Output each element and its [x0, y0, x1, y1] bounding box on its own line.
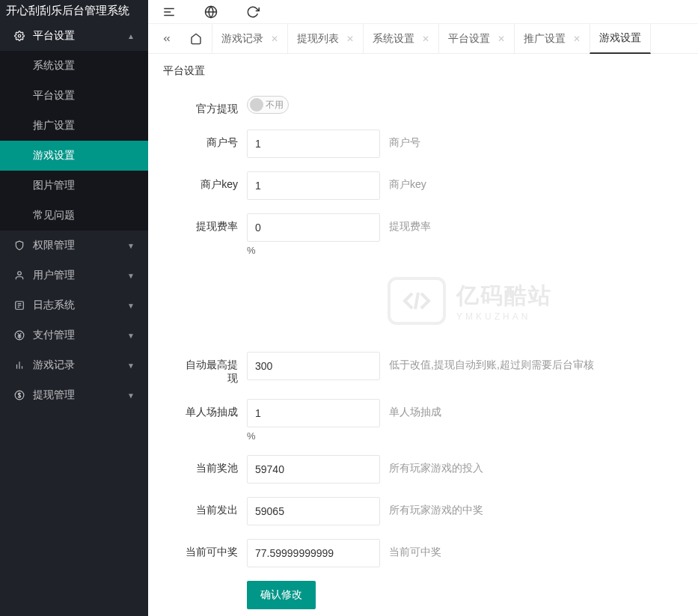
app-title: 开心刮刮乐后台管理系统	[0, 0, 148, 21]
tab-platform-settings[interactable]: 平台设置✕	[438, 24, 515, 53]
submit-row: 确认修改	[178, 581, 668, 609]
list-icon	[13, 299, 25, 311]
menu-toggle-icon[interactable]	[162, 4, 177, 19]
svg-point-0	[18, 34, 21, 37]
row-current-winable: 当前可中奖 当前可中奖	[178, 539, 668, 567]
label-current-winable: 当前可中奖	[178, 539, 247, 559]
row-merchant-id: 商户号 商户号	[178, 129, 668, 158]
switch-text: 不用	[266, 99, 284, 112]
tab-game-records[interactable]: 游戏记录✕	[212, 24, 288, 53]
hint-current-pool: 所有玩家游戏的投入	[389, 455, 668, 475]
menu-label: 支付管理	[33, 329, 75, 342]
label-official-withdraw: 官方提现	[178, 96, 247, 116]
input-merchant-id[interactable]	[247, 129, 380, 158]
hint-current-out: 所有玩家游戏的中奖	[389, 497, 668, 517]
tab-promo-settings[interactable]: 推广设置✕	[514, 24, 590, 53]
menu-label: 提现管理	[33, 388, 75, 402]
user-icon	[13, 269, 25, 281]
settings-form: 官方提现 不用 商户号 商户号 商户key 商户key 提现费率 %	[148, 88, 698, 616]
sidebar-menu: 平台设置 ▲ 系统设置 平台设置 推广设置 游戏设置 图片管理 常见问题 权限管…	[0, 21, 148, 410]
tab-withdraw-list[interactable]: 提现列表✕	[287, 24, 364, 53]
sidebar-item-users[interactable]: 用户管理 ▼	[0, 260, 148, 290]
label-current-pool: 当前奖池	[178, 455, 247, 475]
row-single-rake: 单人场抽成 % 单人场抽成	[178, 399, 668, 442]
submenu-platform-settings[interactable]: 平台设置	[0, 81, 148, 111]
sidebar-item-permissions[interactable]: 权限管理 ▼	[0, 231, 148, 260]
chevron-up-icon: ▲	[127, 32, 135, 40]
submenu-faq[interactable]: 常见问题	[0, 201, 148, 231]
close-icon[interactable]: ✕	[573, 34, 581, 44]
tabs-prev-icon[interactable]	[154, 24, 180, 53]
label-auto-max-withdraw: 自动最高提现	[178, 352, 247, 385]
label-merchant-id: 商户号	[178, 129, 247, 150]
input-merchant-key[interactable]	[247, 171, 380, 200]
hint-auto-max-withdraw: 低于改值,提现自动到账,超过则需要后台审核	[389, 352, 668, 372]
close-icon[interactable]: ✕	[271, 34, 278, 44]
sidebar-item-game-records[interactable]: 游戏记录 ▼	[0, 350, 148, 380]
chevron-down-icon: ▼	[127, 332, 135, 340]
row-withdraw-rate: 提现费率 % 提现费率	[178, 213, 668, 256]
suffix-percent: %	[247, 430, 380, 442]
switch-official-withdraw[interactable]: 不用	[247, 96, 289, 114]
sidebar-item-payment[interactable]: 支付管理 ▼	[0, 320, 148, 350]
main: 游戏记录✕ 提现列表✕ 系统设置✕ 平台设置✕ 推广设置✕ 游戏设置 平台设置 …	[148, 0, 698, 616]
sidebar: 开心刮刮乐后台管理系统 平台设置 ▲ 系统设置 平台设置 推广设置 游戏设置 图…	[0, 0, 148, 616]
input-auto-max-withdraw[interactable]	[247, 352, 380, 380]
menu-label: 日志系统	[33, 299, 75, 312]
row-current-out: 当前发出 所有玩家游戏的中奖	[178, 497, 668, 525]
page-title: 平台设置	[148, 54, 698, 88]
chart-icon	[13, 359, 25, 371]
row-official-withdraw: 官方提现 不用	[178, 96, 668, 116]
row-auto-max-withdraw: 自动最高提现 低于改值,提现自动到账,超过则需要后台审核	[178, 352, 668, 385]
input-current-pool[interactable]	[247, 455, 380, 484]
submenu-image-manage[interactable]: 图片管理	[0, 171, 148, 201]
close-icon[interactable]: ✕	[346, 34, 354, 44]
refresh-icon[interactable]	[245, 4, 260, 19]
hint-merchant-key: 商户key	[389, 171, 668, 192]
label-single-rake: 单人场抽成	[178, 399, 247, 419]
label-withdraw-rate: 提现费率	[178, 213, 247, 234]
row-current-pool: 当前奖池 所有玩家游戏的投入	[178, 455, 668, 484]
menu-label: 权限管理	[33, 239, 75, 252]
menu-label: 用户管理	[33, 269, 75, 282]
sidebar-item-logs[interactable]: 日志系统 ▼	[0, 290, 148, 320]
input-withdraw-rate[interactable]	[247, 213, 380, 242]
submenu-game-settings[interactable]: 游戏设置	[0, 141, 148, 171]
globe-icon[interactable]	[203, 4, 218, 19]
submenu-platform: 系统设置 平台设置 推广设置 游戏设置 图片管理 常见问题	[0, 51, 148, 231]
dollar-icon	[13, 389, 25, 401]
chevron-down-icon: ▼	[127, 302, 135, 310]
chevron-down-icon: ▼	[127, 391, 135, 400]
label-current-out: 当前发出	[178, 497, 247, 517]
hint-single-rake: 单人场抽成	[389, 399, 668, 419]
menu-label: 平台设置	[33, 29, 75, 43]
tab-system-settings[interactable]: 系统设置✕	[363, 24, 439, 53]
submenu-system-settings[interactable]: 系统设置	[0, 51, 148, 81]
chevron-down-icon: ▼	[127, 242, 135, 250]
input-current-out[interactable]	[247, 497, 380, 525]
yen-icon	[13, 329, 25, 341]
chevron-down-icon: ▼	[127, 362, 135, 370]
sidebar-item-platform-settings[interactable]: 平台设置 ▲	[0, 21, 148, 51]
tabs-home-icon[interactable]	[180, 24, 212, 53]
sidebar-item-withdraw[interactable]: 提现管理 ▼	[0, 380, 148, 410]
label-merchant-key: 商户key	[178, 171, 247, 192]
tab-game-settings[interactable]: 游戏设置	[590, 24, 651, 54]
suffix-percent: %	[247, 245, 380, 256]
switch-knob	[250, 98, 263, 112]
svg-point-1	[18, 272, 22, 275]
tabs-bar: 游戏记录✕ 提现列表✕ 系统设置✕ 平台设置✕ 推广设置✕ 游戏设置	[148, 24, 698, 54]
close-icon[interactable]: ✕	[498, 34, 505, 44]
chevron-down-icon: ▼	[127, 272, 135, 280]
input-current-winable[interactable]	[247, 539, 380, 567]
input-single-rake[interactable]	[247, 399, 380, 427]
close-icon[interactable]: ✕	[422, 34, 429, 44]
hint-withdraw-rate: 提现费率	[389, 213, 668, 234]
row-merchant-key: 商户key 商户key	[178, 171, 668, 200]
submenu-promo-settings[interactable]: 推广设置	[0, 111, 148, 141]
shield-icon	[13, 240, 25, 251]
hint-current-winable: 当前可中奖	[389, 539, 668, 559]
submit-button[interactable]: 确认修改	[247, 581, 316, 609]
gear-icon	[13, 30, 25, 42]
menu-label: 游戏记录	[33, 359, 75, 372]
